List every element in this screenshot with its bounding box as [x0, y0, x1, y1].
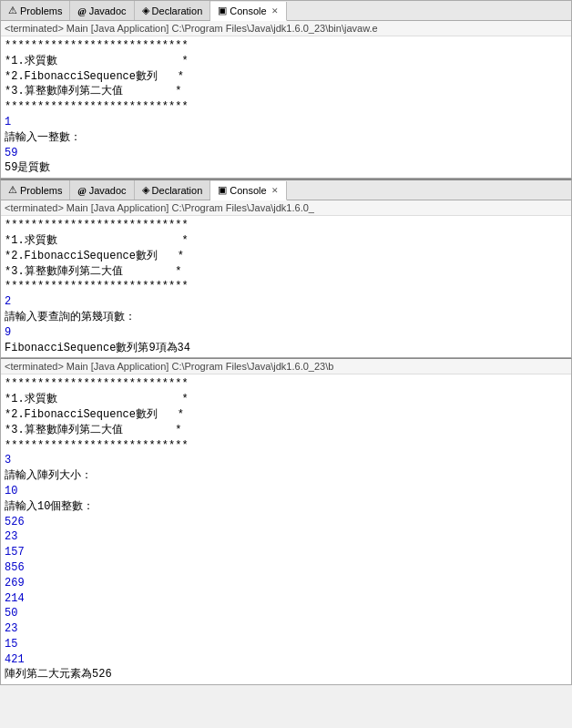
terminated-header-1: <terminated> Main [Java Application] C:\…: [1, 21, 571, 36]
declaration-icon: ◈: [142, 5, 149, 16]
input-value: 10: [5, 485, 17, 497]
tab-problems-1[interactable]: ⚠ Problems: [1, 1, 70, 20]
tab-console-2[interactable]: ▣ Console ✕: [210, 181, 286, 200]
tab-declaration-2[interactable]: ◈ Declaration: [135, 180, 211, 200]
input-value: 214: [5, 592, 25, 605]
input-value: 59: [5, 147, 17, 159]
input-value: 856: [5, 561, 25, 574]
input-value: 23: [5, 622, 17, 635]
console-icon: ▣: [218, 184, 227, 196]
input-value: 15: [5, 638, 17, 651]
tab-console-1[interactable]: ▣ Console ✕: [210, 2, 286, 21]
input-value: 50: [5, 607, 17, 620]
tab-problems-2[interactable]: ⚠ Problems: [1, 180, 70, 200]
close-icon[interactable]: ✕: [271, 186, 279, 195]
console-panel-1: ⚠ Problems @ Javadoc ◈ Declaration ▣ Con…: [0, 0, 572, 179]
console-panel-3: <terminated> Main [Java Application] C:\…: [0, 358, 572, 685]
tab-bar-2: ⚠ Problems @ Javadoc ◈ Declaration ▣ Con…: [1, 180, 571, 200]
console-panel-2: ⚠ Problems @ Javadoc ◈ Declaration ▣ Con…: [0, 179, 572, 358]
tab-label: Problems: [20, 185, 62, 196]
console-content-3: **************************** *1.求質數 * *2…: [1, 374, 571, 684]
input-value: 421: [5, 653, 25, 666]
tab-label: Javadoc: [89, 5, 127, 16]
tab-javadoc-2[interactable]: @ Javadoc: [70, 180, 134, 200]
tab-bar-1: ⚠ Problems @ Javadoc ◈ Declaration ▣ Con…: [1, 1, 571, 21]
input-value: 157: [5, 546, 25, 559]
tab-declaration-1[interactable]: ◈ Declaration: [135, 1, 211, 20]
console-content-1: **************************** *1.求質數 * *2…: [1, 36, 571, 178]
input-value: 1: [5, 116, 11, 128]
tab-javadoc-1[interactable]: @ Javadoc: [70, 1, 134, 20]
input-value: 9: [5, 326, 11, 339]
warning-icon: ⚠: [8, 5, 17, 16]
tab-label: Declaration: [152, 185, 203, 196]
terminated-header-2: <terminated> Main [Java Application] C:\…: [1, 200, 571, 216]
tab-label: Declaration: [152, 5, 203, 16]
console-icon: ▣: [218, 5, 227, 16]
close-icon[interactable]: ✕: [271, 6, 279, 15]
input-value: 2: [5, 295, 11, 308]
console-content-2: **************************** *1.求質數 * *2…: [1, 216, 571, 357]
tab-label: Console: [230, 185, 266, 196]
tab-label: Javadoc: [89, 185, 127, 196]
input-value: 269: [5, 577, 25, 590]
tab-label: Console: [230, 5, 266, 16]
input-value: 23: [5, 530, 17, 543]
input-value: 526: [5, 516, 25, 528]
tab-label: Problems: [20, 5, 62, 16]
terminated-header-3: <terminated> Main [Java Application] C:\…: [1, 359, 571, 374]
warning-icon: ⚠: [8, 184, 17, 196]
javadoc-icon: @: [77, 5, 86, 16]
input-value: 3: [5, 454, 11, 467]
javadoc-icon: @: [77, 185, 86, 196]
declaration-icon: ◈: [142, 184, 149, 196]
